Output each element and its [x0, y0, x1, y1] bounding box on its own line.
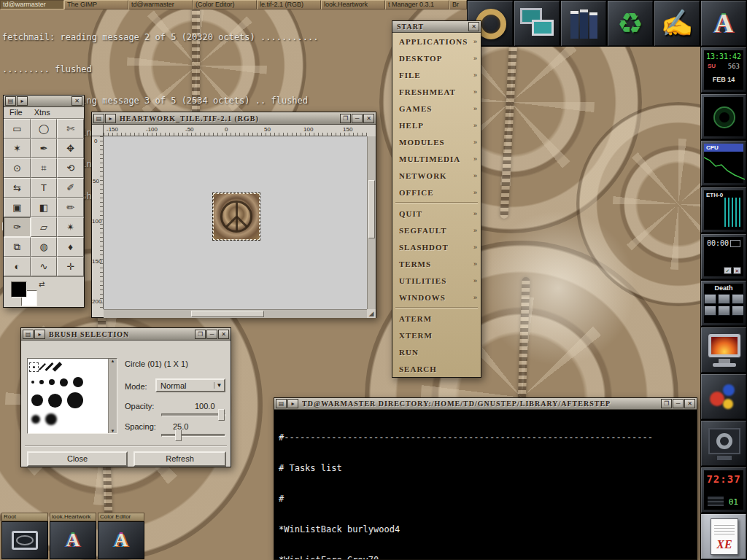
wharf-launcher-xemacs[interactable]: XE — [700, 513, 747, 560]
taskbar-button[interactable]: (Color Editor) — [193, 0, 257, 9]
resize-grip-icon[interactable]: ◢ — [367, 309, 376, 318]
pager-cell[interactable] — [718, 306, 730, 316]
menu-item-utilities[interactable]: UTILITIES» — [392, 272, 481, 289]
mode-dropdown[interactable]: Normal ▼ — [155, 378, 225, 392]
tool-color-picker[interactable]: ✐ — [57, 178, 84, 198]
brush-dialog-titlebar[interactable]: ▤ ▸ BRUSH SELECTION ❐ ─ ✕ — [21, 328, 231, 341]
image-window-titlebar[interactable]: ▤ ▸ HEARTWORK_TILE.TIF-2.1 (RGB) ❐ ─ ✕ — [92, 112, 376, 125]
menu-item-terms[interactable]: TERMS» — [392, 255, 481, 272]
brush-swatch[interactable] — [31, 381, 34, 384]
refresh-button[interactable]: Refresh — [133, 451, 226, 467]
tool-bezier-select[interactable]: ✒ — [31, 139, 58, 158]
menu-item-games[interactable]: GAMES» — [392, 100, 481, 117]
pager-cell[interactable] — [718, 294, 730, 304]
tool-rect-select[interactable]: ▭ — [4, 119, 31, 139]
tool-bucket-fill[interactable]: ▣ — [4, 198, 31, 217]
iconify-icon[interactable]: ─ — [352, 114, 363, 123]
dock-launcher-library[interactable] — [560, 0, 607, 47]
tool-free-select[interactable]: ✄ — [57, 119, 84, 139]
toolbox-titlebar[interactable]: ▤ ▸ ✕ — [4, 96, 84, 107]
terminal-titlebar[interactable]: ▤ ▸ TD@WARMASTER DIRECTORY:/HOME/TD/GNUS… — [274, 398, 697, 410]
brush-swatch[interactable] — [31, 394, 43, 406]
wharf-launcher-paint[interactable] — [700, 373, 747, 420]
ruler-corner[interactable] — [92, 125, 104, 136]
window-menu-icon[interactable]: ▤ — [276, 399, 287, 408]
vertical-scrollbar[interactable] — [367, 136, 376, 309]
maximize-icon[interactable]: ❐ — [340, 114, 351, 123]
scroll-up-icon[interactable]: ▲ — [109, 359, 117, 363]
tool-text[interactable]: T — [31, 178, 58, 198]
brush-swatch[interactable] — [45, 413, 57, 425]
menu-item-applications[interactable]: APPLICATIONS» — [392, 33, 481, 50]
window-menu-icon[interactable]: ▤ — [93, 114, 104, 123]
menu-item-freshmeat[interactable]: FRESHMEAT» — [392, 83, 481, 100]
close-icon[interactable]: ✕ — [71, 96, 82, 106]
wharf-launcher-machine[interactable] — [700, 420, 747, 467]
dock-launcher-workstations[interactable] — [514, 0, 560, 47]
pager-cell[interactable] — [732, 306, 744, 316]
minimized-window-root[interactable]: Root — [1, 513, 48, 559]
wharf-afterstep-logo[interactable]: A — [700, 0, 747, 47]
menu-item-aterm[interactable]: ATERM — [392, 310, 481, 327]
terminal-content[interactable]: #---------------------------------------… — [274, 410, 697, 559]
tool-dodge-burn[interactable]: ◐ — [4, 257, 31, 276]
wharf-launcher-fireterm[interactable] — [700, 327, 747, 373]
scrollbar-thumb[interactable] — [368, 180, 375, 238]
taskbar-button[interactable]: le.tif-2.1 (RGB) — [257, 0, 321, 9]
menu-item-windows[interactable]: WINDOWS» — [392, 289, 481, 306]
iconify-icon[interactable]: ─ — [673, 399, 684, 408]
spacing-slider-thumb[interactable] — [175, 429, 182, 441]
taskbar-button[interactable]: The GIMP — [64, 0, 128, 9]
brush-swatch[interactable] — [44, 362, 53, 371]
close-icon[interactable]: ✕ — [468, 22, 479, 31]
tool-measure[interactable]: ✛ — [57, 257, 84, 276]
wharf-clock[interactable]: 13:31:42 SU 563 FEB 14 — [700, 47, 747, 93]
tool-flip[interactable]: ⇆ — [4, 178, 31, 198]
tool-pencil[interactable]: ✏ — [57, 198, 84, 217]
taskbar-button[interactable]: td@warmaster — [128, 0, 193, 9]
opacity-slider[interactable] — [161, 413, 225, 416]
iconify-icon[interactable]: ─ — [206, 330, 217, 339]
spacing-slider[interactable] — [161, 434, 225, 437]
close-icon[interactable]: ✕ — [218, 330, 229, 339]
menu-item-modules[interactable]: MODULES» — [392, 133, 481, 150]
wharf-timer[interactable]: 00:00 ✓ ✕ — [700, 233, 747, 280]
brush-swatch[interactable] — [67, 392, 83, 408]
check-icon[interactable]: ✓ — [724, 267, 732, 274]
brush-swatch[interactable] — [49, 379, 55, 385]
taskbar-button[interactable]: td@warmaster — [0, 0, 64, 9]
pager-cell[interactable] — [704, 294, 716, 304]
maximize-icon[interactable]: ❐ — [195, 330, 206, 339]
tool-airbrush[interactable]: ✴ — [57, 217, 84, 237]
opacity-slider-thumb[interactable] — [218, 409, 225, 421]
tool-convolve[interactable]: ◍ — [31, 237, 58, 257]
dock-launcher-notes[interactable]: ✍ — [654, 0, 700, 47]
tool-fuzzy-select[interactable]: ✶ — [4, 139, 31, 158]
tool-smudge[interactable]: ∿ — [31, 257, 58, 276]
taskbar-button[interactable]: t Manager 0.3.1 — [385, 0, 449, 9]
menu-item-run[interactable]: RUN — [392, 343, 481, 360]
tool-crop[interactable]: ⌗ — [31, 158, 58, 178]
image-canvas[interactable] — [104, 136, 367, 309]
shade-icon[interactable]: ▸ — [17, 96, 28, 106]
menu-item-multimedia[interactable]: MULTIMEDIA» — [392, 150, 481, 167]
maximize-icon[interactable]: ❐ — [661, 399, 672, 408]
wharf-network-monitor[interactable]: ETH-0 — [700, 187, 747, 233]
menu-item-office[interactable]: OFFICE» — [392, 184, 481, 201]
close-button[interactable]: Close — [27, 451, 128, 467]
start-menu-titlebar[interactable]: START ✕ — [392, 21, 481, 33]
close-icon[interactable]: ✕ — [733, 267, 741, 274]
minimized-window-look-heartwork[interactable]: look.Heartwork A — [50, 513, 96, 559]
tool-eraser[interactable]: ▱ — [31, 217, 58, 237]
tool-magnify[interactable]: ⊙ — [4, 158, 31, 178]
foreground-color-swatch[interactable] — [11, 281, 27, 298]
pager-cell[interactable] — [732, 294, 744, 304]
menu-item-search[interactable]: SEARCH — [392, 360, 481, 377]
menu-item-segfault[interactable]: SEGFAULT» — [392, 222, 481, 238]
scrollbar-thumb[interactable] — [191, 311, 264, 317]
scroll-down-icon[interactable]: ▼ — [109, 429, 117, 433]
menu-item-file[interactable]: FILE» — [392, 66, 481, 83]
shade-icon[interactable]: ▸ — [287, 399, 298, 408]
canvas-image-selection[interactable] — [213, 193, 260, 240]
tool-transform[interactable]: ⟲ — [57, 158, 84, 178]
